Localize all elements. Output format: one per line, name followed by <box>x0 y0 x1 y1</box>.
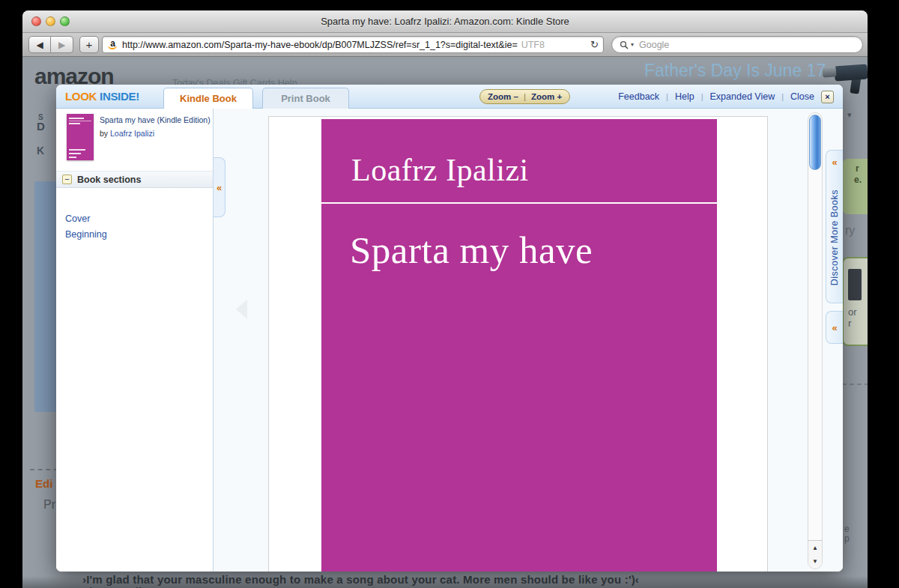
reload-icon[interactable]: ↻ <box>590 39 599 50</box>
back-icon: ◀ <box>36 40 43 50</box>
collapse-chevrons-icon: « <box>832 322 837 333</box>
right-fragment: ry <box>845 224 855 237</box>
window-title: Sparta my have: Loafrz Ipalizi: Amazon.c… <box>22 10 868 33</box>
thumb-text-line <box>69 153 81 154</box>
book-thumbnail[interactable] <box>67 114 94 160</box>
browser-toolbar: ◀ ▶ + a http://www.amazon.com/Sparta-my-… <box>22 33 868 57</box>
address-bar[interactable]: a http://www.amazon.com/Sparta-my-have-e… <box>102 36 604 53</box>
history-buttons: ◀ ▶ <box>28 36 73 53</box>
dropdown-caret-icon: ▾ <box>847 110 852 120</box>
desktop: Sparta my have: Loafrz Ipalizi: Amazon.c… <box>0 0 899 588</box>
book-sections-label: Book sections <box>77 175 141 185</box>
help-link[interactable]: Help <box>675 91 694 102</box>
forward-icon: ▶ <box>58 40 65 50</box>
right-fragment: r <box>856 163 859 174</box>
zoom-out-button[interactable]: Zoom – <box>488 92 518 101</box>
google-search-field[interactable]: ▾ Google <box>611 36 863 53</box>
tab-print-book[interactable]: Print Book <box>262 88 349 109</box>
plus-icon: + <box>86 38 93 51</box>
close-icon[interactable]: × <box>821 91 834 103</box>
new-tab-button[interactable]: + <box>79 36 99 53</box>
separator: | <box>781 92 784 101</box>
previous-page-arrow-icon[interactable] <box>236 300 247 319</box>
expanded-view-link[interactable]: Expanded View <box>710 91 775 102</box>
separator: | <box>701 92 703 101</box>
price-fragment: Pr <box>43 498 55 512</box>
divider-dashed <box>842 384 868 385</box>
thumb-text-line <box>69 123 80 124</box>
book-cover-image: Loafrz Ipalizi Sparta my have <box>321 119 717 572</box>
book-page: Loafrz Ipalizi Sparta my have <box>268 116 768 572</box>
sidebar-collapse-handle[interactable]: « <box>214 157 225 217</box>
right-collapse-handle[interactable]: « <box>826 311 843 344</box>
sidebar-book-title: Sparta my have (Kindle Edition) <box>100 115 211 124</box>
look-inside-dialog: LOOK INSIDE! Kindle Book Print Book Zoom… <box>56 85 843 572</box>
right-fragment: or <box>848 306 857 318</box>
collapse-chevrons-icon: « <box>217 182 222 193</box>
cover-divider-rule <box>321 202 717 204</box>
look-inside-header: LOOK INSIDE! Kindle Book Print Book Zoom… <box>56 85 843 109</box>
amazon-favicon-icon: a <box>107 39 118 50</box>
separator: | <box>666 92 668 101</box>
reader-scrollbar[interactable]: ▲ ▼ <box>808 112 823 569</box>
right-fragment: e <box>844 524 850 534</box>
dept-fragment-k: K <box>37 145 44 157</box>
zoom-in-button[interactable]: Zoom + <box>531 92 562 101</box>
header-links: Feedback | Help | Expanded View | Close … <box>618 85 834 109</box>
scrollbar-thumb[interactable] <box>809 115 821 170</box>
feedback-link[interactable]: Feedback <box>618 91 659 102</box>
drill-body-shape <box>834 64 868 81</box>
back-button[interactable]: ◀ <box>28 36 51 53</box>
product-thumb-fragment <box>848 269 862 300</box>
url-text: http://www.amazon.com/Sparta-my-have-ebo… <box>122 40 518 50</box>
scrollbar-buttons: ▲ ▼ <box>808 540 822 569</box>
discover-more-books-tab[interactable]: « Discover More Books <box>826 150 843 303</box>
section-link-cover[interactable]: Cover <box>65 213 90 224</box>
look-inside-brand: LOOK INSIDE! <box>65 90 139 103</box>
separator: | <box>524 92 526 101</box>
thumb-text-line <box>69 157 76 158</box>
title-bar[interactable]: Sparta my have: Loafrz Ipalizi: Amazon.c… <box>22 10 868 33</box>
right-fragment: p <box>844 533 850 544</box>
review-quote: ›I'm glad that your masculine enough to … <box>82 573 639 586</box>
look-inside-sidebar: Sparta my have (Kindle Edition) by Loafr… <box>56 109 214 572</box>
collapse-chevrons-icon: « <box>826 157 843 168</box>
right-rail-green-box-2 <box>842 257 868 346</box>
cover-title-text: Sparta my have <box>350 228 593 272</box>
search-placeholder: Google <box>639 40 669 50</box>
scroll-up-icon[interactable]: ▲ <box>808 541 822 555</box>
thumb-text-line <box>69 149 85 151</box>
search-options-caret-icon[interactable]: ▾ <box>631 41 634 48</box>
browser-window: Sparta my have: Loafrz Ipalizi: Amazon.c… <box>22 10 868 588</box>
discover-more-books-label[interactable]: Discover More Books <box>829 190 840 285</box>
scroll-down-icon[interactable]: ▼ <box>808 554 822 569</box>
collapse-minus-icon[interactable]: − <box>62 175 72 184</box>
fathers-day-promo: Father's Day Is June 17 <box>644 61 826 81</box>
sidebar-byline: by Loafrz Ipalizi <box>100 129 154 138</box>
section-link-beginning[interactable]: Beginning <box>65 229 107 240</box>
book-sections-bar: − Book sections <box>56 171 213 188</box>
brand-look: LOOK <box>65 90 97 103</box>
thumb-divider <box>69 121 91 121</box>
dept-fragment-d: D <box>37 120 45 133</box>
zoom-controls: Zoom – | Zoom + <box>479 89 570 104</box>
drill-chuck-shape <box>823 66 837 77</box>
by-label: by <box>100 129 110 138</box>
close-link[interactable]: Close <box>790 91 814 102</box>
right-fragment: e. <box>854 175 862 185</box>
cover-author-text: Loafrz Ipalizi <box>351 152 529 188</box>
thumb-text-line <box>69 118 84 119</box>
editorial-reviews-fragment: Edi <box>35 477 52 490</box>
right-fragment: r <box>848 318 851 329</box>
url-text-tail: UTF8 <box>521 40 545 50</box>
brand-inside: INSIDE! <box>100 90 139 103</box>
right-rail-green-box: r e. <box>842 159 868 214</box>
forward-button[interactable]: ▶ <box>51 36 73 53</box>
search-icon <box>620 40 629 49</box>
author-link[interactable]: Loafrz Ipalizi <box>110 129 154 138</box>
review-source: The Guardian <box>82 585 155 588</box>
tab-kindle-book[interactable]: Kindle Book <box>163 88 253 109</box>
reader-pane: Loafrz Ipalizi Sparta my have ▲ ▼ <box>214 109 843 572</box>
